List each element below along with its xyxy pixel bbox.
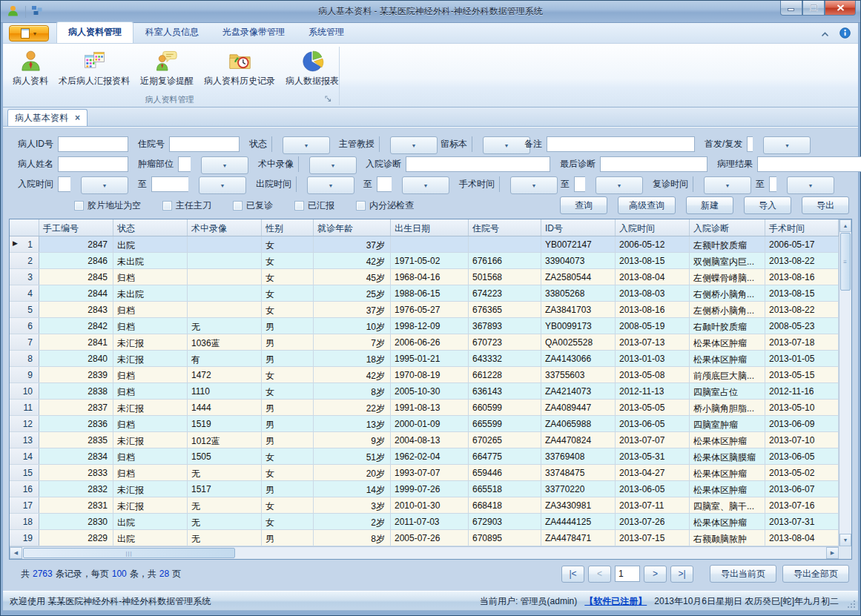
form-select-留标本[interactable]: ▼ <box>472 136 515 152</box>
select-dropdown-icon[interactable]: ▼ <box>201 156 248 174</box>
tab-close-icon[interactable]: × <box>75 113 80 122</box>
grid-header-状态[interactable]: 状态 <box>113 219 188 236</box>
select-dropdown-icon[interactable]: ▼ <box>763 136 811 154</box>
checkbox-box[interactable] <box>233 201 243 211</box>
select-value[interactable] <box>747 136 753 152</box>
grid-row[interactable]: 112837未汇报1444男22岁1991-08-13660599ZA40894… <box>10 400 839 416</box>
select-dropdown-icon[interactable]: ▼ <box>402 176 449 194</box>
form-select-主管教授[interactable]: ▼ <box>379 136 431 152</box>
scroll-right-icon[interactable]: ▶ <box>826 547 839 559</box>
form-select-出院时间[interactable]: ▼ <box>296 176 354 192</box>
grid-row[interactable]: 82840未汇报有男18岁1995-01-21643332ZA414306620… <box>10 351 839 367</box>
grid-row[interactable]: 182830出院无女2岁2011-07-03672903ZA4444125201… <box>10 514 839 530</box>
grid-row[interactable]: 52843归档女37岁1976-05-27676365ZA38417032013… <box>10 302 839 318</box>
scroll-up-icon[interactable]: ▲ <box>839 219 851 232</box>
form-select-至[interactable]: ▼ <box>377 176 449 192</box>
form-select-首发/复发[interactable]: ▼ <box>747 136 811 152</box>
select-value[interactable] <box>298 156 299 172</box>
form-select-至[interactable]: ▼ <box>769 176 834 192</box>
select-value[interactable] <box>377 176 392 192</box>
select-value[interactable] <box>296 176 297 192</box>
collapse-ribbon-icon[interactable] <box>821 29 829 39</box>
select-value[interactable] <box>178 156 191 172</box>
grid-row[interactable]: 92839归档1472女42岁1970-08-19661228337556032… <box>10 367 839 383</box>
form-select-入院时间[interactable]: ▼ <box>58 176 128 192</box>
form-select-至[interactable]: ▼ <box>574 176 643 192</box>
registration-link[interactable]: 【软件已注册】 <box>584 595 647 608</box>
new-button[interactable]: 新建 <box>686 196 733 214</box>
minimize-button[interactable] <box>780 1 802 16</box>
select-dropdown-icon[interactable]: ▼ <box>390 136 438 154</box>
ribbon-button-recent-revisit-reminder[interactable]: 近期复诊提醒 <box>135 47 199 89</box>
grid-row[interactable]: 22846未出院女42岁1971-05-02676166339040732013… <box>10 253 839 269</box>
previous-page-button[interactable]: < <box>588 566 611 583</box>
ribbon-tab-patient-data-management[interactable]: 病人资料管理 <box>56 21 133 43</box>
grid-row[interactable]: 42844未出院女25岁1988-06-15674223338052682013… <box>10 285 839 302</box>
grid-header-手术时间[interactable]: 手术时间 <box>765 219 839 236</box>
checkbox-box[interactable] <box>162 201 172 211</box>
select-value[interactable] <box>499 176 500 192</box>
checkbox-box[interactable] <box>294 201 304 211</box>
grid-header-入院时间[interactable]: 入院时间 <box>616 219 690 236</box>
grid-row[interactable]: 152833归档无女20岁1993-07-0765944633748475201… <box>10 465 839 481</box>
form-input-住院号[interactable] <box>169 136 240 152</box>
select-value[interactable] <box>472 136 472 152</box>
import-button[interactable]: 导入 <box>744 196 791 214</box>
export-all-pages-button[interactable]: 导出全部页 <box>782 565 849 583</box>
grid-row[interactable]: 102838归档1110女8岁2005-10-30636143ZA4214073… <box>10 383 839 400</box>
export-button[interactable]: 导出 <box>802 196 849 214</box>
grid-header-ID号[interactable]: ID号 <box>541 219 616 236</box>
scroll-down-icon[interactable]: ▼ <box>839 534 851 546</box>
grid-row[interactable]: 192829出院无男8岁2005-07-26670895ZA4478471201… <box>10 530 839 546</box>
ribbon-button-postop-report-data[interactable]: 术后病人汇报资料 <box>53 47 135 89</box>
select-dropdown-icon[interactable]: ▼ <box>307 176 354 194</box>
grid-header-入院诊断[interactable]: 入院诊断 <box>690 219 765 236</box>
grid-row[interactable]: 162832未汇报1517男14岁1999-07-266655183377022… <box>10 481 839 497</box>
form-input-入院诊断[interactable] <box>406 156 550 172</box>
form-input-最后诊断[interactable] <box>600 156 707 172</box>
grid-header-住院号[interactable]: 住院号 <box>469 219 541 236</box>
grid-row[interactable]: 122836归档1519男13岁2000-01-09665599ZA406598… <box>10 416 839 432</box>
ribbon-tab-department-staff-info[interactable]: 科室人员信息 <box>133 21 211 43</box>
form-select-状态[interactable]: ▼ <box>271 136 329 152</box>
select-value[interactable] <box>769 176 776 192</box>
grid-row[interactable]: 32845归档女45岁1968-04-16501568ZA25805442013… <box>10 269 839 285</box>
form-select-手术时间[interactable]: ▼ <box>499 176 551 192</box>
first-page-button[interactable]: |< <box>561 566 584 583</box>
form-input-病人姓名[interactable] <box>58 156 128 172</box>
select-dropdown-icon[interactable]: ▼ <box>510 176 558 194</box>
select-dropdown-icon[interactable]: ▼ <box>199 176 246 194</box>
grid-row[interactable]: ▶12847出院女37岁YB00721472006-05-12左额叶胶质瘤200… <box>10 236 839 253</box>
checkbox-已复诊[interactable]: 已复诊 <box>233 199 273 212</box>
checkbox-内分泌检查[interactable]: 内分泌检查 <box>356 199 414 212</box>
form-input-病理结果[interactable] <box>757 156 861 172</box>
resize-grip[interactable] <box>848 600 855 608</box>
grid-row[interactable]: 72841未汇报1036蓝男7岁2006-06-26670723QA002552… <box>10 334 839 351</box>
dialog-launcher-icon[interactable] <box>325 94 331 105</box>
ribbon-tab-system-management[interactable]: 系统管理 <box>297 21 356 43</box>
quick-layout-icon[interactable] <box>32 6 42 18</box>
last-page-button[interactable]: >| <box>670 566 693 583</box>
checkbox-胶片地址为空[interactable]: 胶片地址为空 <box>74 199 141 212</box>
select-value[interactable] <box>379 136 380 152</box>
select-dropdown-icon[interactable]: ▼ <box>704 176 751 194</box>
form-select-肿瘤部位[interactable]: ▼ <box>178 156 248 172</box>
grid-header-indicator[interactable] <box>10 219 39 236</box>
ribbon-tab-disc-tape-management[interactable]: 光盘录像带管理 <box>211 21 297 43</box>
query-button[interactable]: 查询 <box>560 196 607 214</box>
checkbox-主任主刀[interactable]: 主任主刀 <box>162 199 211 212</box>
select-dropdown-icon[interactable]: ▼ <box>483 136 530 154</box>
form-select-复诊时间[interactable]: ▼ <box>693 176 746 192</box>
checkbox-已汇报[interactable]: 已汇报 <box>294 199 334 212</box>
select-dropdown-icon[interactable]: ▼ <box>81 176 128 194</box>
grid-row[interactable]: 62842归档无男10岁1998-12-09367893YB0099173200… <box>10 318 839 334</box>
ribbon-button-patient-data-history[interactable]: 病人资料历史记录 <box>199 47 280 89</box>
select-dropdown-icon[interactable]: ▼ <box>309 156 357 174</box>
select-value[interactable] <box>151 176 188 192</box>
close-button[interactable] <box>825 1 856 16</box>
checkbox-box[interactable] <box>74 201 84 211</box>
form-select-术中录像[interactable]: ▼ <box>298 156 356 172</box>
form-select-至[interactable]: ▼ <box>151 176 246 192</box>
grid-header-手工编号[interactable]: 手工编号 <box>39 219 113 236</box>
select-value[interactable] <box>58 176 70 192</box>
